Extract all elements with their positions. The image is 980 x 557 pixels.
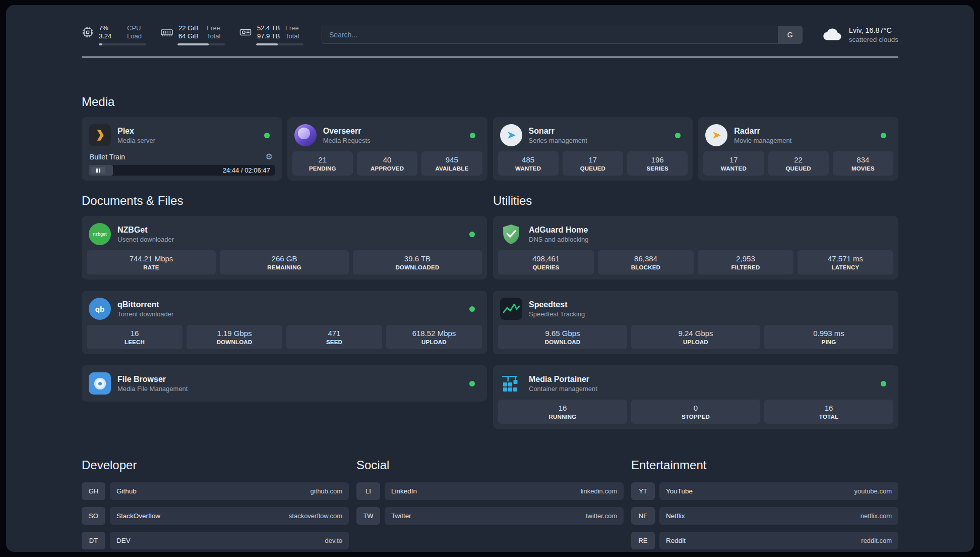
stat-tile: 834 MOVIES bbox=[833, 151, 893, 176]
app-name: qBittorrent bbox=[117, 300, 173, 310]
bookmark-abbr[interactable]: SO bbox=[82, 507, 105, 525]
bookmark-github[interactable]: GH Github github.com bbox=[82, 482, 349, 500]
cpu-icon bbox=[82, 26, 94, 38]
bookmark-name: Github bbox=[116, 487, 137, 495]
status-online-dot bbox=[469, 306, 475, 312]
now-playing-widget: Bullet Train ⚙ 24:44 / 02:06:47 bbox=[87, 152, 277, 176]
stat-tile: 744.21 Mbps RATE bbox=[87, 250, 216, 274]
qbittorrent-icon: qb bbox=[89, 298, 111, 320]
section-title-media: Media bbox=[82, 95, 898, 109]
app-card-speedtest[interactable]: Speedtest Speedtest Tracking 9.65 Gbps D… bbox=[493, 291, 898, 354]
stat-label: SERIES bbox=[628, 165, 687, 173]
stat-value: 618.52 Mbps bbox=[387, 328, 481, 339]
status-online-dot bbox=[881, 381, 886, 386]
stat-value: 16 bbox=[499, 403, 626, 413]
weather-widget[interactable]: Lviv, 16.87°C scattered clouds bbox=[822, 26, 898, 44]
app-card-sonarr[interactable]: Sonarr Series management 485 WANTED 17 Q… bbox=[493, 117, 693, 181]
stat-value: 196 bbox=[628, 155, 687, 165]
app-card-filebrowser[interactable]: File Browser Media File Management bbox=[82, 365, 487, 402]
bookmark-twitter[interactable]: TW Twitter twitter.com bbox=[356, 507, 624, 525]
app-name: Overseerr bbox=[323, 126, 371, 136]
stat-value: 22 bbox=[769, 155, 828, 165]
bookmark-abbr[interactable]: DT bbox=[82, 532, 105, 549]
cpu-monitor: 7% 3.24 CPU Load bbox=[82, 24, 148, 45]
bookmark-reddit[interactable]: RE Reddit reddit.com bbox=[631, 532, 898, 549]
stats-row: 17 WANTED 22 QUEUED 834 MOVIES bbox=[703, 151, 893, 176]
stat-label: LATENCY bbox=[799, 264, 892, 271]
bookmark-abbr[interactable]: LI bbox=[356, 482, 380, 500]
gear-icon[interactable]: ⚙ bbox=[265, 152, 272, 161]
speedtest-graph-icon bbox=[500, 298, 522, 320]
bookmark-url: netflix.com bbox=[861, 512, 892, 520]
playback-progress-bar[interactable]: 24:44 / 02:06:47 bbox=[89, 165, 275, 176]
stat-value: 0 bbox=[632, 403, 759, 413]
stat-label: QUEUED bbox=[564, 165, 622, 173]
dashboard: 7% 3.24 CPU Load bbox=[6, 5, 974, 552]
app-desc: Container management bbox=[529, 384, 597, 393]
topbar: 7% 3.24 CPU Load bbox=[82, 5, 898, 45]
bookmark-url: linkedin.com bbox=[581, 487, 617, 495]
stat-label: PENDING bbox=[293, 165, 352, 173]
app-card-plex[interactable]: Plex Media server Bullet Train ⚙ bbox=[82, 117, 282, 181]
stats-row: 16 RUNNING 0 STOPPED 16 TOTAL bbox=[498, 400, 893, 424]
bookmark-netflix[interactable]: NF Netflix netflix.com bbox=[631, 507, 898, 525]
bookmark-abbr[interactable]: NF bbox=[631, 507, 655, 525]
memory-monitor: 22 GiB 64 GiB Free Total bbox=[160, 24, 227, 45]
stat-label: UPLOAD bbox=[632, 339, 759, 346]
storage-monitor: 52.4 TB 97.9 TB Free Total bbox=[239, 24, 305, 45]
cpu-label: CPU bbox=[127, 24, 142, 32]
bookmark-linkedin[interactable]: LI LinkedIn linkedin.com bbox=[356, 482, 624, 500]
bookmark-stackoverflow[interactable]: SO StackOverflow stackoverflow.com bbox=[82, 507, 349, 525]
filebrowser-icon bbox=[89, 372, 111, 395]
app-desc: Media File Management bbox=[117, 384, 188, 393]
app-desc: Movie management bbox=[734, 136, 791, 145]
storage-free-value: 52.4 TB bbox=[257, 24, 280, 32]
stat-value: 485 bbox=[499, 155, 558, 165]
bookmark-abbr[interactable]: YT bbox=[631, 482, 655, 500]
cpu-load-label: Load bbox=[127, 32, 142, 40]
portainer-crane-icon bbox=[500, 372, 522, 395]
stat-label: BLOCKED bbox=[599, 264, 693, 271]
stat-label: DOWNLOADED bbox=[354, 264, 481, 271]
stat-tile: 17 WANTED bbox=[703, 151, 764, 176]
stat-value: 16 bbox=[88, 328, 181, 339]
app-card-qbittorrent[interactable]: qb qBittorrent Torrent downloader 16 LEE… bbox=[82, 291, 487, 354]
bookmark-abbr[interactable]: GH bbox=[82, 482, 105, 500]
app-card-radarr[interactable]: Radarr Movie management 17 WANTED 22 QUE… bbox=[698, 117, 898, 181]
bookmark-youtube[interactable]: YT YouTube youtube.com bbox=[631, 482, 898, 500]
search-input[interactable] bbox=[322, 26, 778, 43]
bookmark-url: github.com bbox=[310, 487, 342, 495]
stat-value: 945 bbox=[422, 155, 481, 165]
app-card-nzbget[interactable]: nzbget NZBGet Usenet downloader 744.21 M… bbox=[82, 216, 487, 280]
stat-value: 17 bbox=[704, 155, 763, 165]
memory-free-label: Free bbox=[207, 24, 220, 32]
bookmark-abbr[interactable]: RE bbox=[631, 532, 655, 549]
system-monitors: 7% 3.24 CPU Load bbox=[82, 24, 305, 45]
bookmark-url: dev.to bbox=[325, 537, 342, 544]
bookmark-url: youtube.com bbox=[854, 487, 892, 495]
stat-tile: 47.571 ms LATENCY bbox=[798, 250, 893, 274]
app-card-portainer[interactable]: Media Portainer Container management 16 … bbox=[493, 365, 898, 429]
stat-label: RATE bbox=[88, 264, 215, 271]
bookmark-dev[interactable]: DT DEV dev.to bbox=[82, 532, 349, 549]
pause-button[interactable] bbox=[91, 167, 105, 174]
stat-label: STOPPED bbox=[632, 413, 759, 421]
weather-location: Lviv, 16.87°C bbox=[849, 26, 898, 35]
stat-tile: 9.65 Gbps DOWNLOAD bbox=[498, 325, 627, 349]
app-name: Media Portainer bbox=[529, 374, 597, 384]
search-engine-button[interactable]: G bbox=[778, 26, 802, 43]
status-online-dot bbox=[470, 133, 475, 138]
stat-tile: 0 STOPPED bbox=[631, 400, 760, 424]
app-card-adguard[interactable]: AdGuard Home DNS and adblocking 498,461 … bbox=[493, 216, 898, 280]
stat-tile: 16 RUNNING bbox=[498, 400, 627, 424]
stat-value: 0.993 ms bbox=[765, 328, 892, 339]
app-card-overseerr[interactable]: Overseerr Media Requests 21 PENDING 40 A… bbox=[287, 117, 487, 181]
stat-label: WANTED bbox=[704, 165, 763, 173]
stat-value: 47.571 ms bbox=[799, 254, 892, 264]
section-title-entertainment: Entertainment bbox=[631, 458, 898, 472]
storage-free-label: Free bbox=[285, 24, 299, 32]
bookmark-abbr[interactable]: TW bbox=[356, 507, 380, 525]
stat-label: LEECH bbox=[88, 339, 181, 346]
stats-row: 744.21 Mbps RATE 266 GB REMAINING 39.6 T… bbox=[87, 250, 482, 274]
stat-label: DOWNLOAD bbox=[499, 339, 626, 346]
